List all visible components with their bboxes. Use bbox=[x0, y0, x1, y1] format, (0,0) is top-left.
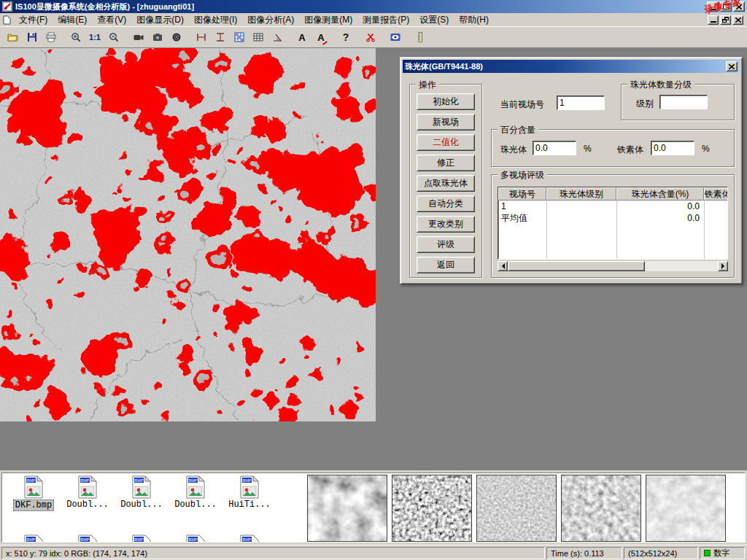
dialog-close-button[interactable] bbox=[726, 61, 738, 71]
file-item[interactable]: BMP Doubl... bbox=[61, 475, 115, 511]
measure-width-button[interactable] bbox=[192, 28, 211, 46]
maximize-button[interactable] bbox=[720, 1, 732, 12]
video-camera-button[interactable] bbox=[129, 28, 148, 46]
save-button[interactable] bbox=[23, 28, 42, 46]
thumbnail-image[interactable] bbox=[307, 475, 387, 542]
minimize-button[interactable] bbox=[707, 1, 719, 12]
thumbnail-image[interactable] bbox=[392, 475, 472, 542]
current-field-input[interactable] bbox=[557, 96, 605, 110]
pearlite-percent-input[interactable] bbox=[533, 141, 576, 155]
mdi-restore-button[interactable] bbox=[720, 15, 731, 25]
snapshot-button[interactable] bbox=[148, 28, 167, 46]
zoom-out-button[interactable] bbox=[104, 28, 123, 46]
menu-bar: 文件(F) 编辑(E) 查看(V) 图像显示(D) 图像处理(I) 图像分析(A… bbox=[0, 13, 747, 27]
app-window: IS100显微摄像系统(金相分析版) - [zhuguangti01] 录像专家… bbox=[0, 0, 747, 560]
menu-image-display[interactable]: 图像显示(D) bbox=[131, 13, 189, 27]
file-item[interactable]: BMP bbox=[115, 534, 169, 542]
dialog-title-bar[interactable]: 珠光体(GB/T9441-88) bbox=[403, 60, 740, 73]
pearlite-dialog: 珠光体(GB/T9441-88) 操作 初始化 新视场 二值化 修正 点取珠光体… bbox=[400, 57, 743, 284]
measure-height-button[interactable] bbox=[211, 28, 230, 46]
current-field-label: 当前视场号 bbox=[500, 98, 544, 111]
multi-field-table[interactable]: 视场号 珠光体级别 珠光体含量(%) 铁素体含量(%) 1 0.0 bbox=[498, 187, 728, 260]
correct-button[interactable]: 修正 bbox=[417, 155, 475, 171]
menu-image-analysis[interactable]: 图像分析(A) bbox=[242, 13, 299, 27]
dialog-title: 珠光体(GB/T9441-88) bbox=[405, 61, 483, 72]
return-button[interactable]: 返回 bbox=[417, 257, 475, 273]
cell-grade bbox=[546, 212, 616, 224]
count-grid-button[interactable] bbox=[230, 28, 249, 46]
thumbnail-image[interactable] bbox=[561, 475, 641, 542]
file-item[interactable]: BMP bbox=[222, 534, 276, 542]
menu-file[interactable]: 文件(F) bbox=[14, 13, 53, 27]
mdi-close-button[interactable] bbox=[732, 15, 743, 25]
minimize-icon bbox=[710, 9, 716, 10]
bmp-file-icon: BMP bbox=[78, 475, 97, 499]
text-label-button[interactable]: A bbox=[293, 28, 311, 46]
mdi-minimize-button[interactable] bbox=[708, 15, 719, 25]
file-item[interactable]: BMP bbox=[7, 534, 61, 542]
bmp-file-icon: BMP bbox=[186, 475, 205, 499]
file-item[interactable]: BMP DKF.bmp bbox=[7, 475, 61, 511]
operate-group-label: 操作 bbox=[416, 79, 439, 91]
grid-table-button[interactable] bbox=[249, 28, 268, 46]
menu-measure-report[interactable]: 测量报告(P) bbox=[357, 13, 414, 27]
capture-target-button[interactable] bbox=[167, 28, 186, 46]
change-class-button[interactable]: 更改类别 bbox=[417, 216, 475, 233]
init-button[interactable]: 初始化 bbox=[417, 93, 475, 110]
menu-image-process[interactable]: 图像处理(I) bbox=[189, 13, 242, 27]
open-folder-button[interactable] bbox=[4, 28, 23, 46]
time-panel: Time (s): 0.113 bbox=[546, 547, 622, 559]
multi-field-group-label: 多视场评级 bbox=[498, 169, 547, 182]
measure-angle-icon bbox=[271, 31, 283, 43]
file-item[interactable]: BMP bbox=[169, 534, 222, 542]
help-button[interactable]: ? bbox=[336, 28, 355, 46]
file-item[interactable]: BMP HuiTi... bbox=[222, 475, 276, 511]
title-bar: IS100显微摄像系统(金相分析版) - [zhuguangti01] bbox=[0, 0, 747, 13]
table-row[interactable]: 1 0.0 bbox=[498, 201, 727, 212]
file-name: HuiTi... bbox=[227, 499, 272, 510]
metallograph-image[interactable] bbox=[0, 48, 376, 421]
zoom-in-icon bbox=[70, 31, 82, 43]
actual-size-button[interactable]: 1:1 bbox=[85, 28, 104, 46]
table-horizontal-scrollbar[interactable] bbox=[498, 261, 728, 271]
save-icon bbox=[26, 31, 38, 43]
ferrite-percent-sign: % bbox=[702, 144, 710, 154]
menu-view[interactable]: 查看(V) bbox=[92, 13, 131, 27]
auto-classify-button[interactable]: 自动分类 bbox=[417, 195, 475, 212]
grade-level-input[interactable] bbox=[659, 95, 708, 109]
file-item[interactable]: BMP bbox=[61, 534, 115, 542]
mdi-client-area: 珠光体(GB/T9441-88) 操作 初始化 新视场 二值化 修正 点取珠光体… bbox=[0, 48, 747, 470]
svg-text:BMP: BMP bbox=[189, 537, 198, 542]
thumbnail-image[interactable] bbox=[476, 475, 557, 542]
file-item[interactable]: BMP Doubl... bbox=[115, 475, 169, 511]
window-title: IS100显微摄像系统(金相分析版) - [zhuguangti01] bbox=[15, 1, 194, 12]
percent-group: 百分含量 珠光体 % 铁素体 % bbox=[491, 129, 735, 167]
eye-preview-button[interactable] bbox=[386, 28, 405, 46]
app-icon bbox=[2, 1, 12, 12]
scroll-right-button[interactable] bbox=[718, 261, 728, 271]
dialog-close-icon bbox=[729, 64, 735, 69]
menu-help[interactable]: 帮助(H) bbox=[454, 13, 494, 27]
binarize-button[interactable]: 二值化 bbox=[417, 134, 475, 151]
zoom-in-button[interactable] bbox=[66, 28, 85, 46]
close-button[interactable] bbox=[733, 1, 745, 12]
ferrite-percent-input[interactable] bbox=[651, 141, 694, 155]
thumbnail-image[interactable] bbox=[646, 475, 726, 542]
scroll-left-button[interactable] bbox=[498, 261, 508, 271]
menu-settings[interactable]: 设置(S) bbox=[414, 13, 454, 27]
cut-button[interactable] bbox=[361, 28, 380, 46]
new-field-button[interactable]: 新视场 bbox=[417, 114, 475, 131]
pick-pearlite-button[interactable]: 点取珠光体 bbox=[417, 175, 475, 192]
menu-image-measure[interactable]: 图像测量(M) bbox=[299, 13, 357, 27]
cell-ferrite bbox=[704, 212, 728, 224]
text-edit-button[interactable]: A bbox=[311, 28, 330, 46]
grid-table-icon bbox=[252, 31, 264, 43]
ruler-button[interactable] bbox=[411, 28, 430, 46]
measure-angle-button[interactable] bbox=[268, 28, 287, 46]
print-button[interactable] bbox=[42, 28, 61, 46]
scrollbar-thumb[interactable] bbox=[508, 261, 645, 271]
menu-edit[interactable]: 编辑(E) bbox=[53, 13, 92, 27]
table-row[interactable]: 平均值 0.0 bbox=[498, 212, 727, 224]
grade-button[interactable]: 评级 bbox=[417, 236, 475, 253]
file-item[interactable]: BMP Doubl... bbox=[169, 475, 222, 511]
